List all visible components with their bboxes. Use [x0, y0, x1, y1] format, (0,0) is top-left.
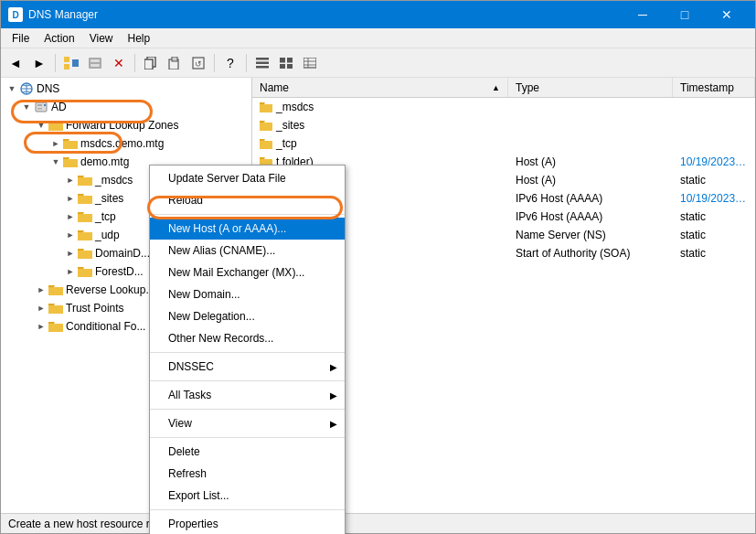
ctx-label: Update Server Data File [168, 172, 326, 185]
tree-label-domaind: DomainD... [95, 247, 150, 260]
tree-item-ad[interactable]: ▼ AD [1, 98, 251, 116]
ctx-new-alias[interactable]: New Alias (CNAME)... [150, 240, 345, 262]
back-button[interactable]: ◄ [5, 52, 27, 74]
tree-toggle-msdcs-zone[interactable]: ► [48, 136, 63, 151]
ctx-update-server[interactable]: Update Server Data File [150, 167, 345, 189]
cell-timestamp: static [673, 229, 755, 241]
svg-rect-27 [37, 104, 42, 106]
ctx-label: New Domain... [168, 288, 326, 301]
list-row[interactable]: _tcp [252, 134, 755, 153]
folder-icon-forestd [78, 264, 92, 279]
delete-button[interactable]: ✕ [108, 52, 130, 74]
tree-toggle-sites[interactable]: ► [63, 191, 78, 206]
cell-timestamp: 10/19/2023 3:00:00 AM [673, 192, 755, 205]
cell-timestamp: static [673, 247, 755, 260]
menu-help[interactable]: Help [121, 30, 158, 47]
cell-name: _sites [252, 119, 508, 132]
tree-toggle-trust[interactable]: ► [34, 301, 48, 315]
svg-rect-14 [256, 66, 269, 69]
folder-icon-udp [78, 228, 92, 242]
tree-toggle-domaind[interactable]: ► [63, 246, 78, 261]
view2-button[interactable] [275, 52, 297, 74]
menu-view[interactable]: View [82, 30, 121, 47]
maximize-button[interactable]: □ [664, 1, 706, 28]
ctx-dnssec[interactable]: DNSSEC ▶ [150, 356, 345, 378]
ctx-label: Reload [168, 194, 326, 207]
window-controls: ─ □ ✕ [622, 1, 748, 28]
tree-item-msdcs-zone[interactable]: ► msdcs.demo.mtg [1, 134, 251, 153]
toolbar-separator-2 [134, 54, 135, 72]
list-row[interactable]: _msdcs [252, 98, 755, 116]
tree-label-fwd: Forward Lookup Zones [66, 119, 178, 132]
tree-toggle-msdcs[interactable]: ► [63, 173, 78, 187]
ctx-new-host[interactable]: New Host (A or AAAA)... [150, 218, 345, 240]
tree-item-forward-lookup[interactable]: ▼ Forward Lookup Zones [1, 116, 251, 134]
tree-toggle-dns[interactable]: ▼ [5, 81, 19, 96]
ctx-new-mail[interactable]: New Mail Exchanger (MX)... [150, 262, 345, 283]
col-header-timestamp[interactable]: Timestamp [673, 78, 755, 97]
menu-action[interactable]: Action [37, 30, 81, 47]
cell-type: Name Server (NS) [508, 229, 673, 241]
ctx-properties[interactable]: Properties [150, 513, 345, 534]
server-icon [34, 100, 48, 114]
view1-button[interactable] [251, 52, 273, 74]
tree-toggle-reverse[interactable]: ► [34, 283, 48, 297]
list-row[interactable]: _sites [252, 116, 755, 134]
paste-button[interactable] [164, 52, 186, 74]
copy-button[interactable] [140, 52, 162, 74]
ctx-view[interactable]: View ▶ [150, 412, 345, 434]
tree-item-dns[interactable]: ▼ DNS [1, 80, 251, 98]
folder-icon-tcp [78, 209, 92, 224]
folder-icon-trust [48, 301, 63, 315]
tree-toggle-demomtg[interactable]: ▼ [48, 155, 63, 169]
svg-text:↺: ↺ [195, 59, 202, 69]
ctx-other-records[interactable]: Other New Records... [150, 327, 345, 349]
ctx-refresh[interactable]: Refresh [150, 463, 345, 485]
ctx-export-list[interactable]: Export List... [150, 485, 345, 507]
tree-label-conditional: Conditional Fo... [66, 320, 145, 333]
ctx-separator [150, 409, 345, 410]
ctx-new-delegation[interactable]: New Delegation... [150, 305, 345, 327]
close-button[interactable]: ✕ [706, 1, 748, 28]
help-button[interactable]: ? [219, 52, 241, 74]
tree-label-udp: _udp [95, 229, 120, 241]
tree-button[interactable] [60, 52, 82, 74]
folder-icon-domaind [78, 246, 92, 261]
submenu-arrow-icon: ▶ [330, 362, 337, 372]
ctx-delete[interactable]: Delete [150, 441, 345, 463]
tree-toggle-tcp[interactable]: ► [63, 209, 78, 224]
col-header-type[interactable]: Type [508, 78, 673, 97]
submenu-arrow-icon: ▶ [330, 390, 337, 400]
svg-rect-16 [287, 58, 293, 63]
ctx-label: Delete [168, 445, 326, 458]
tree-toggle-fwd[interactable]: ▼ [34, 118, 48, 133]
menu-file[interactable]: File [5, 30, 37, 47]
svg-rect-1 [64, 64, 69, 69]
minimize-button[interactable]: ─ [622, 1, 664, 28]
undo-button[interactable]: ↺ [187, 52, 209, 74]
server-button[interactable] [84, 52, 106, 74]
tree-toggle-ad[interactable]: ▼ [19, 100, 34, 114]
folder-icon-sites [78, 191, 92, 206]
view3-button[interactable] [299, 52, 321, 74]
tree-toggle-forestd[interactable]: ► [63, 264, 78, 279]
svg-rect-12 [256, 58, 269, 60]
tree-toggle-conditional[interactable]: ► [34, 319, 48, 334]
folder-icon-demomtg [63, 155, 78, 169]
svg-rect-0 [64, 57, 69, 62]
ctx-all-tasks[interactable]: All Tasks ▶ [150, 384, 345, 406]
col-header-name[interactable]: Name ▲ [252, 78, 508, 97]
svg-rect-4 [91, 59, 100, 62]
ctx-label: Other New Records... [168, 332, 326, 345]
cell-name: _tcp [252, 137, 508, 150]
toolbar-separator-3 [214, 54, 215, 72]
tree-label-forestd: ForestD... [95, 265, 144, 278]
toolbar-separator-4 [246, 54, 247, 72]
toolbar: ◄ ► ✕ ↺ ? [1, 48, 755, 78]
ctx-separator [150, 509, 345, 510]
tree-label-demomtg: demo.mtg [80, 155, 129, 168]
ctx-reload[interactable]: Reload [150, 189, 345, 211]
tree-toggle-udp[interactable]: ► [63, 228, 78, 242]
ctx-new-domain[interactable]: New Domain... [150, 283, 345, 305]
forward-button[interactable]: ► [28, 52, 50, 74]
